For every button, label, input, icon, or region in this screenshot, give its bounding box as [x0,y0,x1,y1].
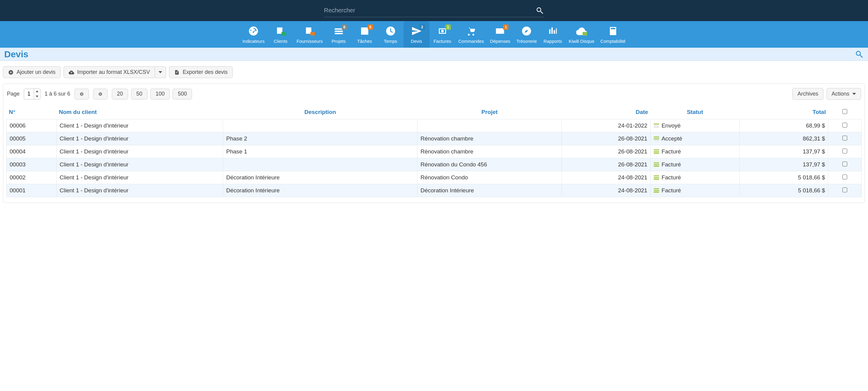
table-row[interactable]: 00002Client 1 - Design d'intérieurDécora… [7,171,862,184]
main-nav: IndicateursClientsFournisseurs6Projets5T… [0,21,868,48]
import-button[interactable]: Importer au format XLSX/CSV [64,66,155,78]
nav-taches[interactable]: 5Tâches [352,21,378,48]
cell-client: Client 1 - Design d'intérieur [56,119,223,132]
table-row[interactable]: 00005Client 1 - Design d'intérieurPhase … [7,132,862,145]
nav-rapports[interactable]: Rapports [540,21,566,48]
cell-projet: Rénovation du Condo 456 [417,158,562,171]
nav-clients[interactable]: Clients [268,21,293,48]
table-row[interactable]: 00001Client 1 - Design d'intérieurDécora… [7,184,862,197]
nav-compta[interactable]: Comptabilité [597,21,628,48]
nav-commandes[interactable]: Commandes [456,21,487,48]
page-up[interactable] [34,89,40,94]
page-size-100[interactable]: 100 [150,89,170,99]
cell-status: Facturé [650,158,739,171]
cell-no: 00006 [7,119,57,132]
page-size-50[interactable]: 50 [131,89,147,99]
col-no[interactable]: N° [7,105,57,119]
devis-table: N° Nom du client Description Projet Date… [6,105,862,197]
pager: Page 1 à 6 sur 6 2050100500 Archives Act… [6,87,862,105]
status-bars-icon [654,150,659,154]
table-row[interactable]: 00004Client 1 - Design d'intérieurPhase … [7,145,862,158]
compass-icon [521,26,532,36]
cell-checkbox[interactable] [828,184,862,197]
calc-icon [608,26,618,36]
col-client[interactable]: Nom du client [56,105,223,119]
svg-rect-2 [583,32,587,36]
col-check-all[interactable] [828,105,862,119]
cell-date: 24-01-2022 [562,119,651,132]
export-label: Exporter des devis [183,69,227,76]
cell-desc [223,119,417,132]
cell-client: Client 1 - Design d'intérieur [56,184,223,197]
status-bars-icon [654,124,659,128]
clients-icon [275,26,286,36]
nav-projets[interactable]: 6Projets [326,21,352,48]
archives-label: Archives [798,91,818,97]
cell-checkbox[interactable] [828,158,862,171]
cell-date: 26-08-2021 [562,132,651,145]
page-prev[interactable] [74,89,89,99]
page-search-icon[interactable] [855,50,864,59]
nav-temps[interactable]: Temps [378,21,404,48]
nav-badge: 5 [368,24,373,30]
status-text: Facturé [661,187,681,194]
cell-projet: Décoration Intérieure [417,184,562,197]
status-text: Facturé [661,148,681,155]
cloud-icon [576,26,587,36]
table-row[interactable]: 00006Client 1 - Design d'intérieur24-01-… [7,119,862,132]
col-desc[interactable]: Description [223,105,417,119]
nav-devis[interactable]: 2Devis [404,21,430,48]
cell-client: Client 1 - Design d'intérieur [56,158,223,171]
cell-checkbox[interactable] [828,132,862,145]
cell-no: 00003 [7,158,57,171]
import-button-group: Importer au format XLSX/CSV [64,66,166,78]
page-input[interactable] [24,89,34,99]
plus-circle-icon [8,70,13,75]
nav-tresorerie[interactable]: Trésorerie [513,21,540,48]
nav-kiwili[interactable]: Kiwili Disque [566,21,597,48]
cell-projet: Rénovation chambre [417,145,562,158]
page-stepper[interactable] [24,89,40,99]
nav-depenses[interactable]: 1Dépenses [487,21,514,48]
status-bars-icon [654,188,659,193]
col-statut[interactable]: Statut [650,105,739,119]
actions-dropdown[interactable]: Actions [827,88,861,100]
nav-label: Commandes [458,38,484,44]
import-label: Importer au format XLSX/CSV [77,69,150,76]
col-date[interactable]: Date [562,105,651,119]
add-devis-button[interactable]: Ajouter un devis [3,66,61,78]
cell-projet [417,119,562,132]
nav-badge: 6 [342,24,347,30]
nav-label: Comptabilité [600,38,625,44]
cell-no: 00002 [7,171,57,184]
cell-desc: Décoration Intérieure [223,171,417,184]
export-button[interactable]: Exporter des devis [169,66,233,78]
col-total[interactable]: Total [739,105,828,119]
table-row[interactable]: 00003Client 1 - Design d'intérieurRénova… [7,158,862,171]
page-next[interactable] [93,89,107,99]
caret-down-icon [852,93,856,95]
cell-client: Client 1 - Design d'intérieur [56,132,223,145]
nav-indicateurs[interactable]: Indicateurs [240,21,268,48]
cell-checkbox[interactable] [828,119,862,132]
cell-checkbox[interactable] [828,145,862,158]
svg-rect-0 [281,32,286,36]
page-down[interactable] [34,94,40,99]
nav-badge: 1 [503,24,508,30]
cell-status: Accepté [650,132,739,145]
nav-fournisseurs[interactable]: Fournisseurs [293,21,326,48]
archives-button[interactable]: Archives [792,88,824,100]
col-projet[interactable]: Projet [417,105,562,119]
status-text: Facturé [661,174,681,181]
cell-checkbox[interactable] [828,171,862,184]
search-input[interactable] [324,6,535,15]
cell-status: Facturé [650,171,739,184]
file-export-icon [174,70,180,75]
page-size-20[interactable]: 20 [112,89,128,99]
page-size-500[interactable]: 500 [173,89,192,99]
nav-factures[interactable]: 1Factures [430,21,456,48]
cell-client: Client 1 - Design d'intérieur [56,145,223,158]
cell-total: 5 018,66 $ [739,184,828,197]
import-dropdown-toggle[interactable] [155,66,166,78]
search-icon[interactable] [535,6,544,15]
